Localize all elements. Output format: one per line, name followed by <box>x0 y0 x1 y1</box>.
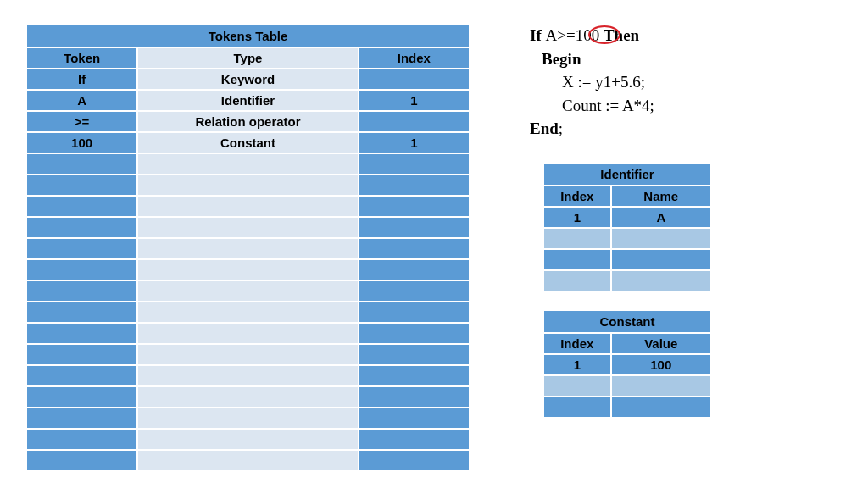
identifier-table: Identifier Index Name 1A <box>542 162 712 292</box>
table-row <box>27 239 469 258</box>
tokens-col-token: Token <box>27 48 136 68</box>
table-row <box>27 387 469 407</box>
constant-col-index: Index <box>544 334 610 353</box>
index-cell <box>359 112 469 131</box>
table-row <box>544 271 710 291</box>
table-row: >=Relation operator <box>27 112 469 131</box>
identifier-col-name: Name <box>612 186 710 206</box>
table-row: IfKeyword <box>27 69 469 89</box>
table-row: 1A <box>544 208 710 227</box>
identifier-col-index: Index <box>544 186 610 206</box>
table-row <box>27 175 469 195</box>
type-cell: Identifier <box>138 91 358 110</box>
code-snippet: If A>=100 Then Begin X := y1+5.6; Count … <box>530 24 759 141</box>
type-cell: Relation operator <box>138 112 358 131</box>
constant-title: Constant <box>544 311 710 332</box>
table-row <box>544 397 710 417</box>
table-row <box>544 376 710 396</box>
token-cell: 100 <box>27 133 136 152</box>
table-row <box>27 281 469 301</box>
type-cell: Keyword <box>138 69 358 89</box>
table-row <box>27 197 469 216</box>
token-cell: A <box>27 91 136 110</box>
table-row <box>27 366 469 385</box>
table-row: AIdentifier1 <box>27 91 469 110</box>
table-row <box>27 302 469 322</box>
index-cell: 1 <box>359 91 469 110</box>
index-cell: 1 <box>359 133 469 152</box>
index-cell <box>359 69 469 89</box>
table-row <box>544 229 710 248</box>
table-row <box>27 451 469 470</box>
table-row <box>27 260 469 280</box>
table-row <box>27 324 469 343</box>
table-row: 1100 <box>544 355 710 374</box>
tokens-table: Tokens Table Token Type Index IfKeywordA… <box>25 24 470 472</box>
table-row <box>27 430 469 449</box>
highlight-circle <box>588 25 620 44</box>
tokens-col-index: Index <box>359 48 469 68</box>
table-row <box>27 408 469 428</box>
token-cell: If <box>27 69 136 89</box>
table-row <box>27 154 469 174</box>
type-cell: Constant <box>138 133 358 152</box>
tokens-table-title: Tokens Table <box>27 25 469 47</box>
token-cell: >= <box>27 112 136 131</box>
table-row <box>544 250 710 269</box>
identifier-title: Identifier <box>544 164 710 185</box>
constant-table: Constant Index Value 1100 <box>542 309 712 419</box>
table-row: 100Constant1 <box>27 133 469 152</box>
tokens-col-type: Type <box>138 48 358 68</box>
table-row <box>27 218 469 237</box>
table-row <box>27 345 469 364</box>
constant-col-value: Value <box>612 334 710 353</box>
